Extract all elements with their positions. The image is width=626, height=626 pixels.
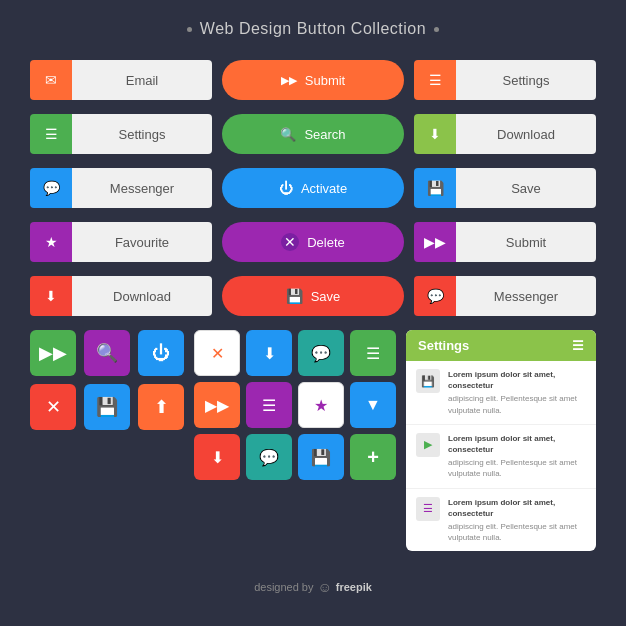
title-dot-right bbox=[434, 27, 439, 32]
footer: designed by ☺ freepik bbox=[254, 579, 372, 595]
download-icon-1: ⬇ bbox=[414, 114, 456, 154]
buttons-row-3: 💬 Messenger ⏻ Activate 💾 Save bbox=[30, 168, 596, 208]
messenger-icon-2: 💬 bbox=[414, 276, 456, 316]
settings-icon-box-1: ☰ bbox=[414, 60, 456, 100]
settings-item-desc-1: adipiscing elit. Pellentesque sit amet v… bbox=[448, 394, 577, 414]
save-label-1: Save bbox=[456, 168, 596, 208]
settings-item-title-1: Lorem ipsum dolor sit amet, consectetur bbox=[448, 369, 586, 391]
messenger-button-2[interactable]: 💬 Messenger bbox=[414, 276, 596, 316]
settings-panel: Settings ☰ 💾 Lorem ipsum dolor sit amet,… bbox=[406, 330, 596, 551]
icon-menu-1[interactable]: ☰ bbox=[350, 330, 396, 376]
buttons-row-1: ✉ Email ▶▶ Submit ☰ Settings bbox=[30, 60, 596, 100]
download-label-2: Download bbox=[72, 276, 212, 316]
freepik-brand: freepik bbox=[336, 581, 372, 593]
icon-sliders[interactable]: ☰ bbox=[246, 382, 292, 428]
email-label: Email bbox=[72, 60, 212, 100]
small-forward-button[interactable]: ▶▶ bbox=[30, 330, 76, 376]
footer-label: designed by bbox=[254, 581, 313, 593]
submit-icon-2: ▶▶ bbox=[414, 222, 456, 262]
icon-close[interactable]: ✕ bbox=[194, 330, 240, 376]
settings-item-text-2: Lorem ipsum dolor sit amet, consectetur … bbox=[448, 433, 586, 480]
favourite-button[interactable]: ★ Favourite bbox=[30, 222, 212, 262]
activate-label: Activate bbox=[301, 181, 347, 196]
settings-menu-icon: ☰ bbox=[572, 338, 584, 353]
settings-label-2: Settings bbox=[72, 114, 212, 154]
icon-chevron-down[interactable]: ▼ bbox=[350, 382, 396, 428]
small-power-button[interactable]: ⏻ bbox=[138, 330, 184, 376]
save-icon-2: 💾 bbox=[286, 288, 303, 304]
settings-title: Settings bbox=[418, 338, 469, 353]
settings-item-2: ▶ Lorem ipsum dolor sit amet, consectetu… bbox=[406, 425, 596, 489]
save-label-2: Save bbox=[311, 289, 341, 304]
icon-save-2[interactable]: 💾 bbox=[298, 434, 344, 480]
title-dot-left bbox=[187, 27, 192, 32]
settings-label-1: Settings bbox=[456, 60, 596, 100]
delete-label: Delete bbox=[307, 235, 345, 250]
submit-label-2: Submit bbox=[456, 222, 596, 262]
buttons-row-4: ★ Favourite ✕ Delete ▶▶ Submit bbox=[30, 222, 596, 262]
settings-item-text-1: Lorem ipsum dolor sit amet, consectetur … bbox=[448, 369, 586, 416]
settings-button-1[interactable]: ☰ Settings bbox=[414, 60, 596, 100]
submit-label-1: Submit bbox=[305, 73, 345, 88]
save-button-1[interactable]: 💾 Save bbox=[414, 168, 596, 208]
settings-item-1: 💾 Lorem ipsum dolor sit amet, consectetu… bbox=[406, 361, 596, 425]
buttons-row-2: ☰ Settings 🔍 Search ⬇ Download bbox=[30, 114, 596, 154]
freepik-icon: ☺ bbox=[317, 579, 331, 595]
settings-item-3: ☰ Lorem ipsum dolor sit amet, consectetu… bbox=[406, 489, 596, 552]
settings-button-2[interactable]: ☰ Settings bbox=[30, 114, 212, 154]
small-upload-button[interactable]: ⬆ bbox=[138, 384, 184, 430]
small-close-button[interactable]: ✕ bbox=[30, 384, 76, 430]
title-text: Web Design Button Collection bbox=[200, 20, 426, 38]
delete-icon: ✕ bbox=[281, 233, 299, 251]
settings-item-text-3: Lorem ipsum dolor sit amet, consectetur … bbox=[448, 497, 586, 544]
download-button-1[interactable]: ⬇ Download bbox=[414, 114, 596, 154]
search-label: Search bbox=[304, 127, 345, 142]
settings-item-title-3: Lorem ipsum dolor sit amet, consectetur bbox=[448, 497, 586, 519]
icon-star[interactable]: ★ bbox=[298, 382, 344, 428]
settings-item-icon-1: 💾 bbox=[416, 369, 440, 393]
messenger-label-2: Messenger bbox=[456, 276, 596, 316]
messenger-button-1[interactable]: 💬 Messenger bbox=[30, 168, 212, 208]
icon-download-2[interactable]: ⬇ bbox=[194, 434, 240, 480]
settings-icon-2: ☰ bbox=[30, 114, 72, 154]
settings-item-title-2: Lorem ipsum dolor sit amet, consectetur bbox=[448, 433, 586, 455]
small-search-button[interactable]: 🔍 bbox=[84, 330, 130, 376]
email-button[interactable]: ✉ Email bbox=[30, 60, 212, 100]
messenger-icon-1: 💬 bbox=[30, 168, 72, 208]
activate-button[interactable]: ⏻ Activate bbox=[222, 168, 404, 208]
icon-chat[interactable]: 💬 bbox=[298, 330, 344, 376]
icon-download[interactable]: ⬇ bbox=[246, 330, 292, 376]
save-icon-1: 💾 bbox=[414, 168, 456, 208]
settings-item-desc-2: adipiscing elit. Pellentesque sit amet v… bbox=[448, 458, 577, 478]
submit-button-2[interactable]: ▶▶ Submit bbox=[414, 222, 596, 262]
delete-button[interactable]: ✕ Delete bbox=[222, 222, 404, 262]
settings-panel-header: Settings ☰ bbox=[406, 330, 596, 361]
email-icon-box: ✉ bbox=[30, 60, 72, 100]
download-label-1: Download bbox=[456, 114, 596, 154]
submit-icon-1: ▶▶ bbox=[281, 74, 297, 87]
favourite-icon: ★ bbox=[30, 222, 72, 262]
download-icon-2: ⬇ bbox=[30, 276, 72, 316]
page-title: Web Design Button Collection bbox=[187, 20, 439, 38]
search-icon: 🔍 bbox=[280, 127, 296, 142]
search-button[interactable]: 🔍 Search bbox=[222, 114, 404, 154]
settings-item-icon-3: ☰ bbox=[416, 497, 440, 521]
settings-item-desc-3: adipiscing elit. Pellentesque sit amet v… bbox=[448, 522, 577, 542]
submit-button-1[interactable]: ▶▶ Submit bbox=[222, 60, 404, 100]
activate-icon: ⏻ bbox=[279, 180, 293, 196]
icon-chat-2[interactable]: 💬 bbox=[246, 434, 292, 480]
save-button-2[interactable]: 💾 Save bbox=[222, 276, 404, 316]
download-button-2[interactable]: ⬇ Download bbox=[30, 276, 212, 316]
small-save-button[interactable]: 💾 bbox=[84, 384, 130, 430]
icon-forward[interactable]: ▶▶ bbox=[194, 382, 240, 428]
settings-item-icon-2: ▶ bbox=[416, 433, 440, 457]
buttons-row-5: ⬇ Download 💾 Save 💬 Messenger bbox=[30, 276, 596, 316]
messenger-label-1: Messenger bbox=[72, 168, 212, 208]
icon-plus[interactable]: + bbox=[350, 434, 396, 480]
favourite-label: Favourite bbox=[72, 222, 212, 262]
